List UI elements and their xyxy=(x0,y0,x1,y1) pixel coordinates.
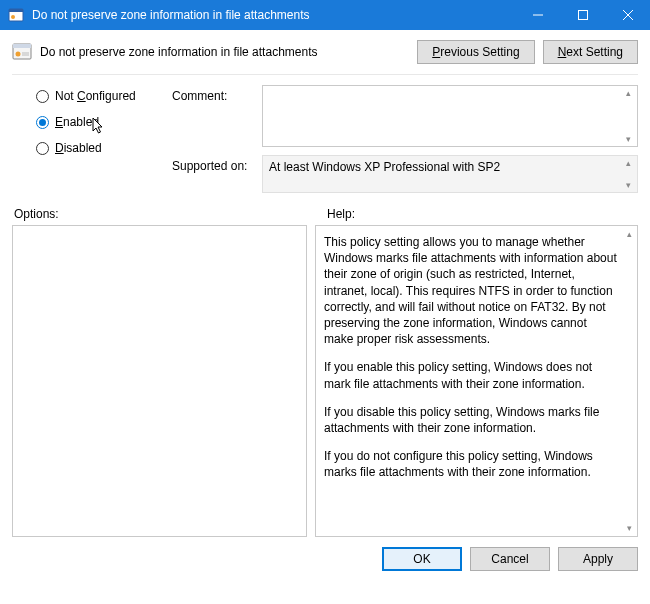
supported-on-value: At least Windows XP Professional with SP… xyxy=(262,155,638,193)
help-text: This policy setting allows you to manage… xyxy=(324,234,617,347)
scroll-down-icon[interactable]: ▾ xyxy=(621,135,635,143)
window-title: Do not preserve zone information in file… xyxy=(32,8,515,22)
scroll-down-icon: ▾ xyxy=(621,181,635,189)
radio-icon xyxy=(36,142,49,155)
help-text: If you enable this policy setting, Windo… xyxy=(324,359,617,391)
svg-point-2 xyxy=(11,15,15,19)
radio-icon xyxy=(36,116,49,129)
cancel-button[interactable]: Cancel xyxy=(470,547,550,571)
radio-label: Disabled xyxy=(55,141,102,155)
header-row: Do not preserve zone information in file… xyxy=(12,40,638,75)
policy-title: Do not preserve zone information in file… xyxy=(40,45,409,59)
help-text: If you disable this policy setting, Wind… xyxy=(324,404,617,436)
radio-label: Not Configured xyxy=(55,89,136,103)
svg-point-9 xyxy=(16,52,21,57)
maximize-button[interactable] xyxy=(560,0,605,30)
radio-enabled[interactable]: Enabled xyxy=(36,115,172,129)
radio-icon xyxy=(36,90,49,103)
scroll-down-icon[interactable]: ▾ xyxy=(621,520,637,536)
options-label: Options: xyxy=(12,207,325,221)
radio-not-configured[interactable]: Not Configured xyxy=(36,89,172,103)
policy-icon xyxy=(12,42,32,62)
ok-button[interactable]: OK xyxy=(382,547,462,571)
help-text: If you do not configure this policy sett… xyxy=(324,448,617,480)
options-pane xyxy=(12,225,307,537)
svg-rect-4 xyxy=(578,11,587,20)
svg-rect-1 xyxy=(9,9,23,12)
minimize-button[interactable] xyxy=(515,0,560,30)
help-pane: This policy setting allows you to manage… xyxy=(315,225,638,537)
scroll-up-icon[interactable]: ▴ xyxy=(621,226,637,242)
previous-setting-button[interactable]: Previous Setting xyxy=(417,40,534,64)
svg-rect-10 xyxy=(22,52,29,56)
help-label: Help: xyxy=(325,207,638,221)
dialog-footer: OK Cancel Apply xyxy=(0,537,650,571)
close-button[interactable] xyxy=(605,0,650,30)
radio-label: Enabled xyxy=(55,115,99,129)
policy-icon xyxy=(8,7,24,23)
titlebar: Do not preserve zone information in file… xyxy=(0,0,650,30)
scroll-up-icon[interactable]: ▴ xyxy=(621,89,635,97)
comment-label: Comment: xyxy=(172,85,262,147)
apply-button[interactable]: Apply xyxy=(558,547,638,571)
scroll-up-icon: ▴ xyxy=(621,159,635,167)
radio-disabled[interactable]: Disabled xyxy=(36,141,172,155)
comment-textarea[interactable]: ▴ ▾ xyxy=(262,85,638,147)
next-setting-button[interactable]: Next Setting xyxy=(543,40,638,64)
supported-on-label: Supported on: xyxy=(172,155,262,193)
svg-rect-8 xyxy=(13,44,31,48)
